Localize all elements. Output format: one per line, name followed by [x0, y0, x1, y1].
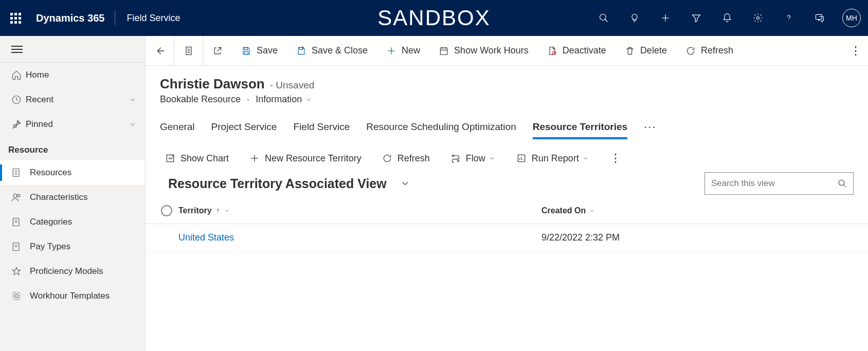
- new-button[interactable]: New: [377, 36, 429, 65]
- chat-icon: [815, 13, 825, 23]
- chevron-down-icon: [129, 96, 137, 104]
- bell-icon: [722, 13, 732, 23]
- nav-workhour-templates[interactable]: Workhour Templates: [0, 284, 145, 308]
- column-header-created-on[interactable]: Created On: [541, 206, 595, 215]
- nav-categories[interactable]: Categories: [0, 210, 145, 234]
- nav-proficiency-models[interactable]: Proficiency Models: [0, 259, 145, 284]
- new-label: New: [402, 45, 420, 56]
- subgrid-refresh-label: Refresh: [397, 153, 430, 164]
- tab-resource-territories[interactable]: Resource Territories: [533, 116, 627, 138]
- view-search-box[interactable]: [704, 172, 854, 195]
- save-button[interactable]: Save: [232, 36, 287, 65]
- grid-header-row: Territory Created On: [146, 202, 868, 224]
- refresh-label: Refresh: [701, 45, 733, 56]
- nav-recent[interactable]: Recent: [0, 87, 145, 112]
- view-selector[interactable]: Resource Territory Associated View: [168, 176, 410, 191]
- back-arrow-icon: [154, 45, 166, 57]
- column-header-territory[interactable]: Territory: [178, 206, 541, 215]
- col-territory-label: Territory: [178, 206, 212, 215]
- settings-button[interactable]: [743, 0, 773, 36]
- work-hours-label: Show Work Hours: [454, 45, 529, 56]
- popout-icon: [212, 46, 223, 56]
- refresh-button[interactable]: Refresh: [676, 36, 743, 65]
- save-close-icon: [296, 46, 306, 56]
- chevron-down-icon: [305, 96, 312, 103]
- vertical-dots-icon: ⋮: [850, 44, 861, 58]
- show-chart-button[interactable]: Show Chart: [161, 153, 233, 164]
- view-search-input[interactable]: [711, 178, 838, 189]
- nav-workhour-label: Workhour Templates: [30, 291, 110, 301]
- save-close-label: Save & Close: [312, 45, 368, 56]
- nav-home[interactable]: Home: [0, 63, 145, 87]
- svg-point-41: [457, 160, 459, 161]
- plus-icon: [660, 13, 671, 23]
- search-icon[interactable]: [838, 179, 847, 188]
- run-report-button[interactable]: Run Report: [512, 153, 593, 164]
- app-launcher-button[interactable]: [0, 0, 31, 36]
- chevron-down-icon: [400, 178, 410, 189]
- site-map-sidebar: Home Recent Pinned Resource Resou: [0, 36, 146, 351]
- help-icon: [784, 13, 794, 23]
- open-record-set-button[interactable]: [174, 36, 203, 65]
- select-all-checkbox[interactable]: [161, 205, 172, 216]
- delete-label: Delete: [640, 45, 667, 56]
- home-icon: [11, 70, 26, 80]
- deactivate-icon: [547, 46, 557, 56]
- chart-icon: [165, 153, 175, 163]
- tab-general[interactable]: General: [160, 116, 195, 138]
- col-created-label: Created On: [541, 206, 586, 215]
- save-close-button[interactable]: Save & Close: [287, 36, 377, 65]
- brand-link[interactable]: Dynamics 365: [31, 12, 115, 24]
- tab-overflow-button[interactable]: ···: [644, 120, 656, 134]
- messenger-button[interactable]: [804, 0, 835, 36]
- nav-proficiency-label: Proficiency Models: [30, 266, 103, 276]
- new-resource-territory-button[interactable]: New Resource Territory: [245, 153, 366, 164]
- show-work-hours-button[interactable]: Show Work Hours: [429, 36, 538, 65]
- report-label: Run Report: [532, 153, 579, 164]
- svg-rect-31: [440, 48, 447, 54]
- svg-point-0: [600, 14, 606, 21]
- flow-button[interactable]: Flow: [446, 153, 500, 164]
- notifications-button[interactable]: [712, 0, 743, 36]
- svg-rect-27: [245, 51, 248, 54]
- nav-pinned[interactable]: Pinned: [0, 112, 145, 137]
- user-avatar[interactable]: MH: [842, 9, 861, 27]
- subgrid-overflow-button[interactable]: ⋮: [606, 152, 625, 165]
- form-selector[interactable]: Information: [256, 94, 312, 105]
- back-button[interactable]: [146, 36, 174, 65]
- view-title-text: Resource Territory Associated View: [168, 176, 387, 191]
- top-navigation-bar: Dynamics 365 Field Service SANDBOX MH: [0, 0, 868, 36]
- add-button[interactable]: [650, 0, 681, 36]
- new-rt-label: New Resource Territory: [265, 153, 361, 164]
- nav-characteristics[interactable]: Characteristics: [0, 185, 145, 210]
- svg-point-40: [452, 155, 454, 156]
- app-name-link[interactable]: Field Service: [115, 13, 191, 24]
- select-all-cell: [155, 205, 178, 216]
- document-icon: [184, 46, 194, 56]
- deactivate-button[interactable]: Deactivate: [538, 36, 616, 65]
- plus-icon: [386, 46, 396, 56]
- command-overflow-button[interactable]: ⋮: [843, 44, 868, 58]
- nav-pay-types[interactable]: Pay Types: [0, 234, 145, 259]
- environment-label: SANDBOX: [377, 6, 490, 30]
- subgrid-refresh-button[interactable]: Refresh: [378, 153, 434, 164]
- search-button[interactable]: [588, 0, 619, 36]
- svg-point-12: [13, 194, 17, 197]
- grid-row[interactable]: United States 9/22/2022 2:32 PM: [146, 224, 868, 252]
- filter-button[interactable]: [681, 0, 712, 36]
- tab-rso[interactable]: Resource Scheduling Optimization: [366, 116, 516, 138]
- territory-link[interactable]: United States: [178, 232, 234, 243]
- assistant-button[interactable]: [619, 0, 650, 36]
- help-button[interactable]: [773, 0, 804, 36]
- tab-field-service[interactable]: Field Service: [293, 116, 350, 138]
- popout-button[interactable]: [203, 36, 232, 65]
- categories-icon: [11, 217, 30, 227]
- record-save-status: - Unsaved: [270, 80, 315, 91]
- entity-name: Bookable Resource: [160, 94, 241, 105]
- sitemap-toggle[interactable]: [0, 36, 145, 63]
- record-title: Christie Dawson: [160, 76, 265, 92]
- nav-resources[interactable]: Resources: [0, 160, 145, 185]
- svg-point-13: [17, 194, 20, 197]
- tab-project-service[interactable]: Project Service: [211, 116, 277, 138]
- delete-button[interactable]: Delete: [616, 36, 676, 65]
